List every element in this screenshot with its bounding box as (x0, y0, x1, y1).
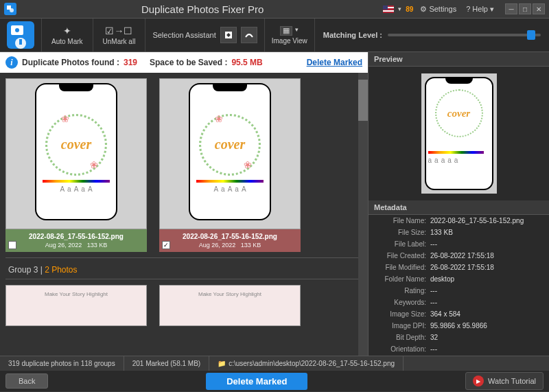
photo-checkbox[interactable] (8, 241, 16, 249)
app-icon (4, 3, 16, 15)
svg-point-3 (15, 28, 19, 32)
metadata-row: File Name:2022-08-26_17-55-16-152.png (369, 215, 549, 227)
status-marked: 201 Marked (58.1 MB) (124, 356, 210, 371)
close-button[interactable]: ✕ (533, 3, 545, 14)
uncheck-icon: ☑→☐ (105, 25, 132, 36)
help-button[interactable]: ? Help ▾ (463, 3, 497, 15)
metadata-row: File Modified:26-08-2022 17:55:18 (369, 262, 549, 273)
wand-icon: ✦ (63, 25, 71, 36)
results-panel: i Duplicate Photos found : 319 Space to … (0, 52, 368, 356)
photo-thumbnail[interactable]: Make Your Story Highlight (5, 285, 147, 326)
photo-footer: 2022-08-26_17-55-16-152.pngAug 26, 2022 … (5, 229, 147, 252)
photo-thumbnail[interactable]: coverAaAaA (159, 78, 301, 229)
watch-tutorial-button[interactable]: ▶ Watch Tutorial (465, 372, 544, 390)
flag-us-icon[interactable] (383, 5, 394, 13)
back-button[interactable]: Back (5, 373, 48, 389)
status-path: 📁c:\users\admin\desktop\2022-08-26_17-55… (209, 356, 404, 371)
svg-rect-4 (19, 39, 22, 45)
titlebar: Duplicate Photos Fixer Pro ▾ 89 ⚙ Settin… (0, 0, 549, 18)
metadata-row: Folder Name:desktop (369, 273, 549, 285)
view-dropdown[interactable]: ▾ (295, 26, 299, 36)
delete-marked-button[interactable]: Delete Marked (206, 373, 307, 390)
info-bar: i Duplicate Photos found : 319 Space to … (0, 52, 368, 73)
maximize-button[interactable]: □ (519, 3, 531, 14)
info-icon: i (5, 56, 18, 69)
preview-header: Preview (369, 52, 549, 67)
auto-mark-button[interactable]: ✦ Auto Mark (41, 19, 93, 51)
photo-checkbox[interactable]: ✓ (162, 241, 170, 249)
metadata-row: File Size:133 KB (369, 227, 549, 238)
status-bar: 319 duplicate photos in 118 groups 201 M… (0, 356, 549, 371)
scrollbar[interactable] (358, 73, 368, 356)
metadata-list: File Name:2022-08-26_17-55-16-152.pngFil… (369, 215, 549, 356)
selection-assistant: Selection Assistant (145, 19, 264, 51)
photo-card[interactable]: coverAaAaA2022-08-26_17-55-16-152.pngAug… (159, 78, 301, 252)
metadata-header: Metadata (369, 200, 549, 215)
toolbar: ✦ Auto Mark ☑→☐ UnMark all Selection Ass… (0, 18, 549, 52)
lang-dropdown[interactable]: ▾ (398, 5, 401, 12)
settings-button[interactable]: ⚙ Settings (417, 3, 459, 15)
matching-level-slider[interactable]: Matching Level : (314, 19, 549, 51)
photo-footer: 2022-08-26_17-55-16-152.pngAug 26, 2022 … (159, 229, 301, 252)
metadata-row: File Created:26-08-2022 17:55:18 (369, 250, 549, 262)
bottom-bar: Back Delete Marked ▶ Watch Tutorial (0, 371, 549, 391)
found-count: 319 (124, 58, 137, 67)
delete-marked-link[interactable]: Delete Marked (307, 58, 362, 67)
preview-image: coveraaaaa (369, 67, 549, 200)
metadata-row: Keywords:--- (369, 297, 549, 308)
photo-thumbnail[interactable]: Make Your Story Highlight (159, 285, 301, 326)
unmark-all-button[interactable]: ☑→☐ UnMark all (93, 19, 145, 51)
metadata-row: Bit Depth:32 (369, 332, 549, 343)
photo-card[interactable]: coverAaAaA2022-08-26_17-55-16-152.pngAug… (5, 78, 147, 252)
slider-track[interactable] (388, 34, 541, 36)
selection-mode-2-button[interactable] (241, 27, 257, 43)
play-icon: ▶ (473, 376, 484, 387)
status-duplicates: 319 duplicate photos in 118 groups (0, 356, 124, 371)
metadata-row: Image DPI:95.9866 x 95.9866 (369, 320, 549, 332)
country-badge: 89 (406, 5, 413, 13)
slider-thumb[interactable] (527, 30, 535, 40)
scrollbar-thumb[interactable] (358, 80, 368, 121)
metadata-row: File Label:--- (369, 238, 549, 250)
metadata-row: Image Size:364 x 584 (369, 308, 549, 320)
image-view-section: ▦ ▾ Image View (264, 19, 314, 51)
matching-label: Matching Level : (323, 31, 382, 39)
metadata-row: Rating:--- (369, 285, 549, 297)
svg-point-1 (10, 8, 14, 12)
selection-mode-1-button[interactable] (220, 27, 237, 43)
grid-view-button[interactable]: ▦ (280, 26, 292, 36)
app-title: Duplicate Photos Fixer Pro (22, 3, 383, 15)
logo (0, 18, 41, 52)
folder-icon: 📁 (218, 360, 226, 367)
space-saved: 95.5 MB (231, 58, 262, 67)
group-header: Group 3 | 2 Photos (5, 257, 362, 279)
minimize-button[interactable]: ─ (505, 3, 517, 14)
photo-thumbnail[interactable]: coverAaAaA (5, 78, 147, 229)
metadata-row: Orientation:--- (369, 343, 549, 355)
